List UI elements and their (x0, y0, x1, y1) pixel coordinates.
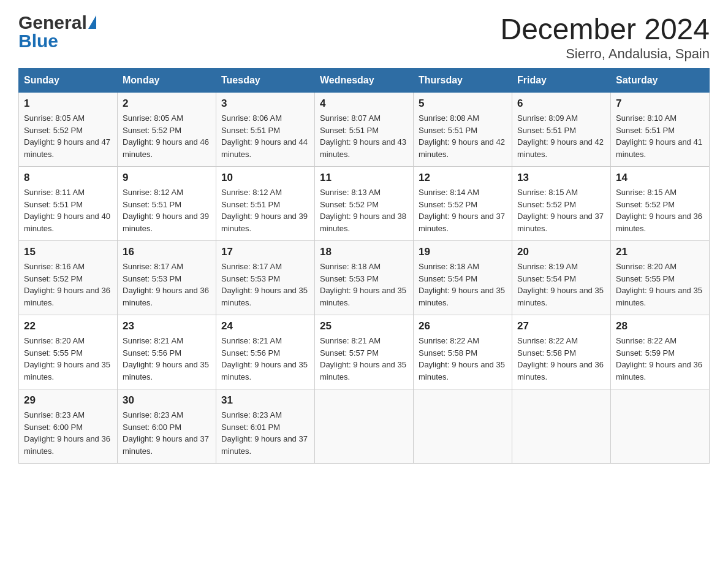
calendar-cell: 9Sunrise: 8:12 AMSunset: 5:51 PMDaylight… (118, 167, 216, 241)
day-number: 14 (616, 172, 704, 184)
calendar-cell: 19Sunrise: 8:18 AMSunset: 5:54 PMDayligh… (414, 241, 512, 315)
weekday-header-tuesday: Tuesday (216, 69, 315, 93)
day-info: Sunrise: 8:12 AMSunset: 5:51 PMDaylight:… (221, 186, 309, 234)
day-number: 24 (221, 320, 309, 332)
logo-triangle-icon (88, 15, 96, 29)
calendar-cell: 26Sunrise: 8:22 AMSunset: 5:58 PMDayligh… (414, 315, 512, 389)
day-number: 12 (419, 172, 507, 184)
day-number: 22 (24, 320, 112, 332)
calendar-cell: 4Sunrise: 8:07 AMSunset: 5:51 PMDaylight… (315, 93, 414, 167)
calendar-cell: 27Sunrise: 8:22 AMSunset: 5:58 PMDayligh… (512, 315, 611, 389)
day-info: Sunrise: 8:17 AMSunset: 5:53 PMDaylight:… (221, 261, 309, 308)
day-info: Sunrise: 8:08 AMSunset: 5:51 PMDaylight:… (419, 112, 507, 160)
calendar-cell: 29Sunrise: 8:23 AMSunset: 6:00 PMDayligh… (19, 389, 118, 464)
day-number: 23 (123, 320, 211, 332)
day-number: 16 (123, 246, 211, 258)
calendar-cell: 6Sunrise: 8:09 AMSunset: 5:51 PMDaylight… (512, 93, 611, 167)
calendar-cell: 3Sunrise: 8:06 AMSunset: 5:51 PMDaylight… (216, 93, 315, 167)
calendar-cell (611, 389, 710, 464)
day-number: 21 (616, 246, 704, 258)
calendar-cell (512, 389, 611, 464)
calendar-cell: 22Sunrise: 8:20 AMSunset: 5:55 PMDayligh… (19, 315, 118, 389)
day-info: Sunrise: 8:22 AMSunset: 5:58 PMDaylight:… (517, 335, 605, 383)
day-number: 26 (419, 320, 507, 332)
day-info: Sunrise: 8:20 AMSunset: 5:55 PMDaylight:… (24, 335, 112, 383)
weekday-header-wednesday: Wednesday (315, 69, 414, 93)
weekday-header-row: SundayMondayTuesdayWednesdayThursdayFrid… (19, 69, 710, 93)
day-number: 10 (221, 172, 309, 184)
day-number: 2 (123, 98, 211, 110)
day-info: Sunrise: 8:21 AMSunset: 5:56 PMDaylight:… (221, 335, 309, 383)
calendar-cell: 30Sunrise: 8:23 AMSunset: 6:00 PMDayligh… (118, 389, 216, 464)
day-info: Sunrise: 8:18 AMSunset: 5:54 PMDaylight:… (419, 261, 507, 308)
day-number: 27 (517, 320, 605, 332)
calendar-cell (315, 389, 414, 464)
day-info: Sunrise: 8:12 AMSunset: 5:51 PMDaylight:… (123, 186, 211, 234)
day-number: 28 (616, 320, 704, 332)
day-number: 18 (320, 246, 408, 258)
logo-general-text: General (18, 12, 87, 33)
page-header: General Blue December 2024 Sierro, Andal… (18, 12, 710, 62)
day-info: Sunrise: 8:05 AMSunset: 5:52 PMDaylight:… (123, 112, 211, 160)
day-info: Sunrise: 8:18 AMSunset: 5:53 PMDaylight:… (320, 261, 408, 308)
day-info: Sunrise: 8:15 AMSunset: 5:52 PMDaylight:… (616, 186, 704, 234)
day-info: Sunrise: 8:21 AMSunset: 5:57 PMDaylight:… (320, 335, 408, 383)
day-info: Sunrise: 8:21 AMSunset: 5:56 PMDaylight:… (123, 335, 211, 383)
calendar-week-1: 1Sunrise: 8:05 AMSunset: 5:52 PMDaylight… (19, 93, 710, 167)
calendar-week-3: 15Sunrise: 8:16 AMSunset: 5:52 PMDayligh… (19, 241, 710, 315)
title-block: December 2024 Sierro, Andalusia, Spain (500, 12, 710, 62)
calendar-cell: 8Sunrise: 8:11 AMSunset: 5:51 PMDaylight… (19, 167, 118, 241)
day-number: 7 (616, 98, 704, 110)
day-number: 1 (24, 98, 112, 110)
day-info: Sunrise: 8:13 AMSunset: 5:52 PMDaylight:… (320, 186, 408, 234)
day-info: Sunrise: 8:16 AMSunset: 5:52 PMDaylight:… (24, 261, 112, 308)
calendar-cell: 21Sunrise: 8:20 AMSunset: 5:55 PMDayligh… (611, 241, 710, 315)
calendar-table: SundayMondayTuesdayWednesdayThursdayFrid… (18, 68, 710, 464)
calendar-cell: 23Sunrise: 8:21 AMSunset: 5:56 PMDayligh… (118, 315, 216, 389)
day-number: 30 (123, 394, 211, 407)
day-info: Sunrise: 8:14 AMSunset: 5:52 PMDaylight:… (419, 186, 507, 234)
day-number: 4 (320, 98, 408, 110)
day-number: 25 (320, 320, 408, 332)
day-number: 29 (24, 394, 112, 407)
day-info: Sunrise: 8:19 AMSunset: 5:54 PMDaylight:… (517, 261, 605, 308)
day-info: Sunrise: 8:22 AMSunset: 5:58 PMDaylight:… (419, 335, 507, 383)
logo-blue-text: Blue (18, 31, 58, 52)
day-number: 31 (221, 394, 309, 407)
day-info: Sunrise: 8:23 AMSunset: 6:00 PMDaylight:… (24, 409, 112, 457)
day-info: Sunrise: 8:06 AMSunset: 5:51 PMDaylight:… (221, 112, 309, 160)
calendar-cell: 10Sunrise: 8:12 AMSunset: 5:51 PMDayligh… (216, 167, 315, 241)
calendar-cell: 5Sunrise: 8:08 AMSunset: 5:51 PMDaylight… (414, 93, 512, 167)
calendar-week-4: 22Sunrise: 8:20 AMSunset: 5:55 PMDayligh… (19, 315, 710, 389)
calendar-cell (414, 389, 512, 464)
calendar-cell: 25Sunrise: 8:21 AMSunset: 5:57 PMDayligh… (315, 315, 414, 389)
calendar-cell: 1Sunrise: 8:05 AMSunset: 5:52 PMDaylight… (19, 93, 118, 167)
day-info: Sunrise: 8:15 AMSunset: 5:52 PMDaylight:… (517, 186, 605, 234)
calendar-cell: 7Sunrise: 8:10 AMSunset: 5:51 PMDaylight… (611, 93, 710, 167)
day-info: Sunrise: 8:05 AMSunset: 5:52 PMDaylight:… (24, 112, 112, 160)
day-number: 19 (419, 246, 507, 258)
logo: General Blue (18, 12, 96, 52)
month-year-title: December 2024 (500, 12, 710, 46)
calendar-cell: 28Sunrise: 8:22 AMSunset: 5:59 PMDayligh… (611, 315, 710, 389)
day-number: 20 (517, 246, 605, 258)
day-info: Sunrise: 8:11 AMSunset: 5:51 PMDaylight:… (24, 186, 112, 234)
day-number: 15 (24, 246, 112, 258)
calendar-cell: 18Sunrise: 8:18 AMSunset: 5:53 PMDayligh… (315, 241, 414, 315)
calendar-cell: 24Sunrise: 8:21 AMSunset: 5:56 PMDayligh… (216, 315, 315, 389)
day-number: 8 (24, 172, 112, 184)
calendar-cell: 16Sunrise: 8:17 AMSunset: 5:53 PMDayligh… (118, 241, 216, 315)
day-number: 6 (517, 98, 605, 110)
day-number: 11 (320, 172, 408, 184)
day-number: 3 (221, 98, 309, 110)
weekday-header-sunday: Sunday (19, 69, 118, 93)
day-number: 13 (517, 172, 605, 184)
weekday-header-monday: Monday (118, 69, 216, 93)
day-info: Sunrise: 8:10 AMSunset: 5:51 PMDaylight:… (616, 112, 704, 160)
weekday-header-thursday: Thursday (414, 69, 512, 93)
day-info: Sunrise: 8:17 AMSunset: 5:53 PMDaylight:… (123, 261, 211, 308)
day-info: Sunrise: 8:20 AMSunset: 5:55 PMDaylight:… (616, 261, 704, 308)
calendar-cell: 20Sunrise: 8:19 AMSunset: 5:54 PMDayligh… (512, 241, 611, 315)
day-info: Sunrise: 8:23 AMSunset: 6:01 PMDaylight:… (221, 409, 309, 457)
calendar-cell: 31Sunrise: 8:23 AMSunset: 6:01 PMDayligh… (216, 389, 315, 464)
